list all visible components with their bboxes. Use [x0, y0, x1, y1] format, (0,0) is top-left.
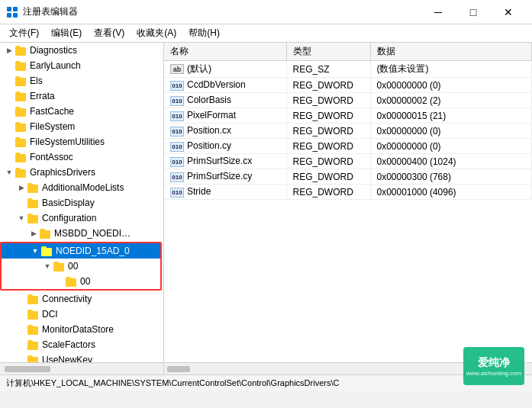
tree-label-additionalmodelists: AdditionalModeLists — [42, 182, 124, 193]
cell-type: REG_DWORD — [286, 124, 370, 139]
tree-item-fontassoc[interactable]: FontAssoc — [0, 149, 163, 165]
table-row[interactable]: 010CcdDbVersion REG_DWORD 0x00000000 (0) — [164, 78, 532, 93]
tree-label-els: Els — [30, 75, 43, 86]
expand-diagnostics[interactable]: ▶ — [3, 47, 15, 54]
tree-item-configuration[interactable]: ▼ Configuration — [0, 210, 163, 226]
tree-label-graphicsdrivers: GraphicsDrivers — [30, 167, 95, 178]
status-path: 计算机\HKEY_LOCAL_MACHINE\SYSTEM\CurrentCon… — [6, 377, 339, 389]
folder-icon-errata — [15, 91, 27, 101]
reg-dword-icon: 010 — [170, 157, 184, 167]
cell-name: 010Position.cx — [164, 124, 286, 139]
table-row[interactable]: 010Position.cx REG_DWORD 0x00000000 (0) — [164, 124, 532, 139]
tree-item-00-child[interactable]: ▼ 00 — [2, 259, 160, 274]
reg-dword-icon: 010 — [170, 81, 184, 91]
tree-item-00-grandchild[interactable]: 00 — [2, 274, 160, 289]
reg-dword-icon: 010 — [170, 96, 184, 106]
tree-label-earlylaunch: EarlyLaunch — [30, 60, 81, 71]
expand-00-child[interactable]: ▼ — [41, 262, 53, 270]
table-row[interactable]: 010PixelFormat REG_DWORD 0x00000015 (21) — [164, 108, 532, 124]
reg-dword-icon: 010 — [170, 142, 184, 152]
expand-msbdd-noedid[interactable]: ▶ — [27, 230, 40, 237]
menu-help[interactable]: 帮助(H) — [182, 25, 226, 41]
registry-table: 名称 类型 数据 ab(默认) REG_SZ (数值未设置) 010CcdDbV… — [164, 43, 532, 200]
expand-noedid-15ad-0[interactable]: ▼ — [29, 247, 41, 255]
cell-type: REG_DWORD — [286, 78, 370, 93]
folder-icon-graphicsdrivers — [15, 167, 27, 178]
tree-hscroll[interactable] — [0, 362, 163, 374]
tree-label-monitordatastore: MonitorDataStore — [42, 324, 114, 335]
folder-icon-connectivity — [27, 294, 40, 304]
reg-name: Position.cx — [187, 125, 231, 136]
table-row[interactable]: ab(默认) REG_SZ (数值未设置) — [164, 61, 532, 78]
reg-name: PixelFormat — [187, 110, 236, 120]
cell-data: 0x00000300 (768) — [370, 169, 532, 185]
table-row[interactable]: 010PrimSurfSize.cx REG_DWORD 0x00000400 … — [164, 154, 532, 169]
folder-icon-noedid-15ad-0 — [41, 246, 53, 256]
expand-graphicsdrivers[interactable]: ▼ — [3, 169, 15, 176]
tree-item-dci[interactable]: DCI — [0, 307, 163, 322]
cell-data: 0x00000015 (21) — [370, 108, 532, 124]
folder-icon-monitordatastore — [27, 324, 40, 335]
tree-item-errata[interactable]: Errata — [0, 88, 163, 104]
reg-name: (默认) — [187, 63, 211, 74]
reg-name: Stride — [187, 186, 211, 197]
menu-file[interactable]: 文件(F) — [3, 25, 45, 41]
reg-name: CcdDbVersion — [187, 79, 246, 90]
reg-name: PrimSurfSize.cx — [187, 156, 252, 166]
cell-type: REG_DWORD — [286, 169, 370, 185]
svg-rect-3 — [13, 13, 18, 18]
tree-item-filesystem[interactable]: FileSystem — [0, 119, 163, 134]
folder-icon-fastcache — [15, 106, 27, 117]
tree-item-graphicsdrivers[interactable]: ▼ GraphicsDrivers — [0, 165, 163, 180]
maximize-button[interactable]: □ — [456, 0, 491, 24]
folder-icon-dci — [27, 309, 40, 320]
tree-item-earlylaunch[interactable]: EarlyLaunch — [0, 58, 163, 73]
tree-item-connectivity[interactable]: Connectivity — [0, 291, 163, 307]
table-row[interactable]: 010PrimSurfSize.cy REG_DWORD 0x00000300 … — [164, 169, 532, 185]
menu-view[interactable]: 查看(V) — [88, 25, 131, 41]
tree-label-00-child: 00 — [68, 261, 78, 271]
expand-configuration[interactable]: ▼ — [15, 214, 27, 222]
status-bar: 计算机\HKEY_LOCAL_MACHINE\SYSTEM\CurrentCon… — [0, 374, 532, 391]
tree-item-fastcache[interactable]: FastCache — [0, 104, 163, 119]
tree-content[interactable]: ▶ Diagnostics EarlyLaunch Els Errata — [0, 43, 163, 362]
tree-item-basicdisplay[interactable]: BasicDisplay — [0, 195, 163, 210]
col-header-type: 类型 — [286, 43, 370, 61]
tree-label-00-grandchild: 00 — [80, 276, 90, 287]
tree-item-scalefactors[interactable]: ScaleFactors — [0, 337, 163, 352]
cell-data: (数值未设置) — [370, 61, 532, 78]
table-row[interactable]: 010Stride REG_DWORD 0x00001000 (4096) — [164, 185, 532, 200]
tree-item-msbdd-noedid[interactable]: ▶ MSBDD_NOEDI… — [0, 226, 163, 241]
title-bar: 注册表编辑器 ─ □ ✕ — [0, 0, 532, 24]
tree-item-els[interactable]: Els — [0, 73, 163, 88]
tree-item-noedid-15ad-0[interactable]: ▼ NOEDID_15AD_0 — [2, 243, 160, 259]
menu-edit[interactable]: 编辑(E) — [45, 25, 88, 41]
folder-icon-additionalmodelists — [27, 182, 40, 193]
reg-dword-icon: 010 — [170, 111, 184, 121]
tree-item-filesystemutilities[interactable]: FileSystemUtilities — [0, 134, 163, 149]
folder-icon-00-child — [53, 261, 66, 271]
folder-icon-msbdd-noedid — [40, 228, 52, 239]
folder-icon-scalefactors — [27, 339, 40, 350]
table-row[interactable]: 010Position.cy REG_DWORD 0x00000000 (0) — [164, 139, 532, 154]
minimize-button[interactable]: ─ — [421, 0, 456, 24]
tree-panel: ▶ Diagnostics EarlyLaunch Els Errata — [0, 43, 164, 374]
tree-label-usenewkey: UseNewKey — [42, 355, 92, 362]
cell-type: REG_DWORD — [286, 185, 370, 200]
tree-item-usenewkey[interactable]: UseNewKey — [0, 352, 163, 362]
tree-item-additionalmodelists[interactable]: ▶ AdditionalModeLists — [0, 180, 163, 195]
tree-item-diagnostics[interactable]: ▶ Diagnostics — [0, 43, 163, 58]
expand-additionalmodelists[interactable]: ▶ — [15, 184, 27, 191]
cell-name: 010Stride — [164, 185, 286, 200]
main-area: ▶ Diagnostics EarlyLaunch Els Errata — [0, 43, 532, 374]
close-button[interactable]: ✕ — [491, 0, 526, 24]
svg-rect-0 — [7, 7, 11, 11]
right-scroll[interactable]: 名称 类型 数据 ab(默认) REG_SZ (数值未设置) 010CcdDbV… — [164, 43, 532, 362]
cell-data: 0x00000400 (1024) — [370, 154, 532, 169]
menu-favorites[interactable]: 收藏夹(A) — [131, 25, 182, 41]
tree-label-msbdd-noedid: MSBDD_NOEDI… — [54, 228, 131, 239]
table-row[interactable]: 010ColorBasis REG_DWORD 0x00000002 (2) — [164, 93, 532, 108]
tree-label-basicdisplay: BasicDisplay — [42, 198, 95, 208]
tree-item-monitordatastore[interactable]: MonitorDataStore — [0, 322, 163, 337]
reg-dword-icon: 010 — [170, 188, 184, 198]
